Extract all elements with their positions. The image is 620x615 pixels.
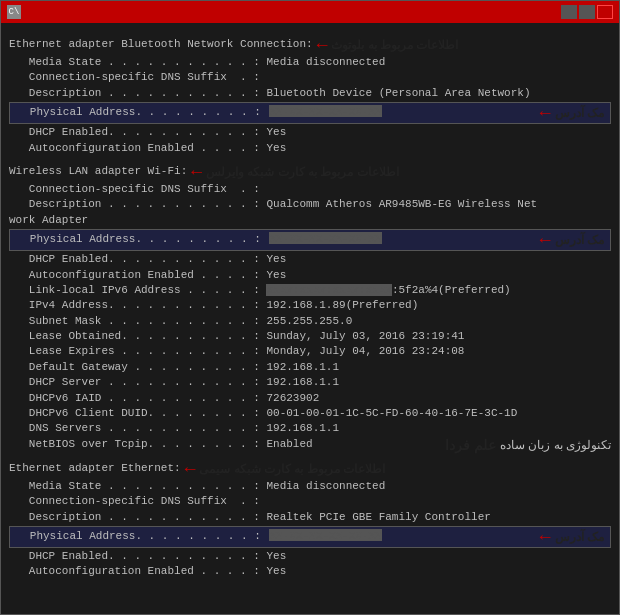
- terminal-line: Connection-specific DNS Suffix . :: [9, 182, 611, 197]
- terminal-line: Connection-specific DNS Suffix . :: [9, 70, 611, 85]
- section-header-text: Wireless LAN adapter Wi-Fi:: [9, 164, 187, 179]
- section-header-text: Ethernet adapter Ethernet:: [9, 461, 181, 476]
- mac-hidden-value: XX-XX-XX-XX-XX-XX: [269, 529, 381, 541]
- section-annotation-text: اطلاعات مربوط به کارت شبکه سیمی: [199, 462, 385, 476]
- mac-hidden-value: XX-XX-XX-XX-XX-XX: [269, 105, 381, 117]
- netbios-line: NetBIOS over Tcpip. . . . . . . . : Enab…: [9, 437, 445, 452]
- terminal-line: Media State . . . . . . . . . . . : Medi…: [9, 55, 611, 70]
- arrow-icon: ←: [317, 35, 328, 55]
- terminal-line: DHCP Enabled. . . . . . . . . . . : Yes: [9, 549, 611, 564]
- arrow-icon: ←: [540, 103, 551, 123]
- terminal-line: work Adapter: [9, 213, 611, 228]
- terminal-line: DHCP Server . . . . . . . . . . . : 192.…: [9, 375, 611, 390]
- terminal-line: IPv4 Address. . . . . . . . . . . : 192.…: [9, 298, 611, 313]
- mac-address-row: Physical Address. . . . . . . . . : XX-X…: [9, 229, 611, 251]
- terminal-line: DHCPv6 Client DUID. . . . . . . . : 00-0…: [9, 406, 611, 421]
- section-annotation-text: اطلاعات مربوط به کارت شبکه وایرلس: [206, 165, 399, 179]
- section-header: Ethernet adapter Ethernet:←اطلاعات مربوط…: [9, 459, 611, 479]
- section-header: Wireless LAN adapter Wi-Fi:←اطلاعات مربو…: [9, 162, 611, 182]
- brand-desc: تکنولوژی به زبان ساده: [500, 438, 611, 452]
- terminal-line: Link-local IPv6 Address . . . . . : xxxx…: [9, 283, 611, 298]
- brand-line: NetBIOS over Tcpip. . . . . . . . : Enab…: [9, 437, 611, 453]
- mac-line-text: Physical Address. . . . . . . . . : XX-X…: [10, 105, 536, 120]
- terminal-line: Media State . . . . . . . . . . . : Medi…: [9, 479, 611, 494]
- mac-line-text: Physical Address. . . . . . . . . : XX-X…: [10, 529, 536, 544]
- terminal-line: DHCP Enabled. . . . . . . . . . . : Yes: [9, 252, 611, 267]
- mac-line-text: Physical Address. . . . . . . . . : XX-X…: [10, 232, 536, 247]
- terminal-line: Description . . . . . . . . . . . : Real…: [9, 510, 611, 525]
- mac-address-row: Physical Address. . . . . . . . . : XX-X…: [9, 526, 611, 548]
- brand-block: تکنولوژی به زبان سادهعلم فردا: [445, 437, 611, 453]
- arrow-icon: ←: [540, 230, 551, 250]
- terminal-line: Autoconfiguration Enabled . . . . : Yes: [9, 141, 611, 156]
- terminal-line: Default Gateway . . . . . . . . . : 192.…: [9, 360, 611, 375]
- titlebar: C\: [1, 1, 619, 23]
- arrow-icon: ←: [185, 459, 196, 479]
- brand-name: علم فردا: [445, 437, 496, 453]
- cmd-window: C\ Ethernet adapter Bluetooth Network Co…: [0, 0, 620, 615]
- maximize-button[interactable]: [579, 5, 595, 19]
- terminal-line: Lease Expires . . . . . . . . . . : Mond…: [9, 344, 611, 359]
- terminal-line: Autoconfiguration Enabled . . . . : Yes: [9, 564, 611, 579]
- titlebar-left: C\: [7, 5, 27, 19]
- section-annotation-text: اطلاعات مربوط به بلوتوث: [331, 38, 458, 52]
- section-header: Ethernet adapter Bluetooth Network Conne…: [9, 35, 611, 55]
- close-button[interactable]: [597, 5, 613, 19]
- terminal-line: DHCP Enabled. . . . . . . . . . . : Yes: [9, 125, 611, 140]
- mac-annotation-text: مک آدرس: [555, 233, 604, 247]
- terminal-line: Description . . . . . . . . . . . : Qual…: [9, 197, 611, 212]
- mac-annotation-text: مک آدرس: [555, 106, 604, 120]
- cmd-icon: C\: [7, 5, 21, 19]
- mac-annotation-text: مک آدرس: [555, 530, 604, 544]
- terminal-line: Autoconfiguration Enabled . . . . : Yes: [9, 268, 611, 283]
- terminal-line: Lease Obtained. . . . . . . . . . : Sund…: [9, 329, 611, 344]
- titlebar-controls[interactable]: [561, 5, 613, 19]
- arrow-icon: ←: [540, 527, 551, 547]
- section-header-text: Ethernet adapter Bluetooth Network Conne…: [9, 37, 313, 52]
- terminal-line: Connection-specific DNS Suffix . :: [9, 494, 611, 509]
- terminal-content: Ethernet adapter Bluetooth Network Conne…: [1, 23, 619, 614]
- mac-address-row: Physical Address. . . . . . . . . : XX-X…: [9, 102, 611, 124]
- terminal-line: Description . . . . . . . . . . . : Blue…: [9, 86, 611, 101]
- terminal-line: Subnet Mask . . . . . . . . . . . : 255.…: [9, 314, 611, 329]
- minimize-button[interactable]: [561, 5, 577, 19]
- mac-hidden-value: XX-XX-XX-XX-XX-XX: [269, 232, 381, 244]
- arrow-icon: ←: [191, 162, 202, 182]
- terminal-line: DNS Servers . . . . . . . . . . . : 192.…: [9, 421, 611, 436]
- terminal-line: DHCPv6 IAID . . . . . . . . . . . : 7262…: [9, 391, 611, 406]
